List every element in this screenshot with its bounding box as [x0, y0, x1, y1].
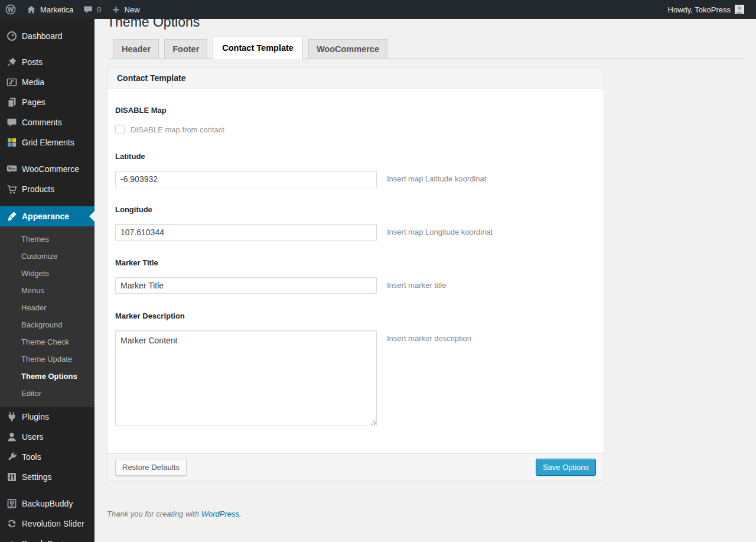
contact-template-panel: Contact Template DISABLE Map DISABLE map… [107, 67, 604, 481]
menu-separator [0, 152, 94, 159]
sidebar-item-label: Pages [22, 98, 45, 107]
sidebar-item-label: Settings [22, 472, 52, 482]
pages-icon [6, 96, 18, 108]
submenu-item-header[interactable]: Header [0, 299, 94, 316]
sidebar-item-media[interactable]: Media [0, 72, 94, 92]
footer-thanks-prefix: Thank you for creating with [107, 509, 199, 518]
sidebar-item-label: BackupBuddy [22, 499, 73, 508]
marker-description-field: Marker Description Marker Content Insert… [115, 311, 594, 426]
grid-elements-icon [6, 137, 18, 148]
latitude-hint: Insert map Latitude koordinat [387, 171, 486, 183]
footer-thanks-text: Thank you for creating with WordPress. [107, 509, 242, 518]
menu-separator [0, 487, 94, 494]
disable-map-checkbox-label: DISABLE map from contact [131, 125, 224, 134]
panel-footer: Restore Defaults Save Options [107, 453, 604, 481]
longitude-field: Longitude Insert map Longitude koordinat [115, 205, 594, 241]
sidebar-item-settings[interactable]: Settings [0, 467, 94, 487]
sidebar-item-backupbuddy[interactable]: BackupBuddy [0, 494, 94, 514]
cart-icon [6, 183, 18, 195]
wordpress-link[interactable]: WordPress [201, 509, 239, 518]
sidebar-item-label: Grid Elements [22, 138, 74, 147]
comments-indicator[interactable]: 0 [78, 0, 106, 19]
tab-footer[interactable]: Footer [164, 39, 207, 59]
sidebar-item-revolution-slider[interactable]: Revolution Slider [0, 514, 94, 534]
sidebar-item-label: Tools [22, 452, 41, 462]
submenu-item-theme-update[interactable]: Theme Update [0, 350, 94, 368]
submenu-item-themes[interactable]: Themes [0, 231, 94, 248]
appearance-submenu: Themes Customize Widgets Menus Header Ba… [0, 226, 94, 407]
latitude-label: Latitude [115, 152, 594, 161]
svg-text:A: A [9, 540, 14, 542]
sidebar-item-label: Punch Fonts [22, 539, 69, 542]
sidebar-item-posts[interactable]: Posts [0, 52, 94, 72]
sidebar-item-dashboard[interactable]: Dashboard [0, 26, 94, 46]
tab-woocommerce[interactable]: WooCommerce [308, 39, 387, 59]
longitude-label: Longitude [115, 205, 594, 214]
sidebar-item-label: Products [22, 184, 54, 194]
latitude-field: Latitude Insert map Latitude koordinat [115, 152, 594, 187]
sidebar-item-label: Media [22, 77, 44, 87]
disable-map-checkbox[interactable] [115, 125, 125, 134]
avatar-image [735, 5, 744, 14]
page-footer: Thank you for creating with WordPress. V… [107, 509, 756, 518]
admin-bar: W Marketica 0 New Howdy, TokoPress [0, 0, 756, 19]
site-name-link[interactable]: Marketica [21, 0, 78, 19]
save-options-button[interactable]: Save Options [536, 459, 596, 476]
submenu-item-customize[interactable]: Customize [0, 248, 94, 265]
submenu-item-theme-check[interactable]: Theme Check [0, 333, 94, 350]
paintbrush-icon [6, 210, 18, 222]
sidebar-item-label: Revolution Slider [22, 519, 84, 528]
main-content: Theme Options Header Footer Contact Temp… [94, 0, 756, 518]
home-icon [26, 4, 37, 15]
sidebar-item-pages[interactable]: Pages [0, 92, 94, 112]
sidebar-item-label: Plugins [22, 412, 49, 421]
letter-a-icon: A [6, 538, 18, 542]
sidebar-item-grid-elements[interactable]: Grid Elements [0, 132, 94, 152]
comment-icon [6, 116, 18, 128]
sidebar-item-products[interactable]: Products [0, 179, 94, 199]
avatar [735, 5, 744, 14]
latitude-input[interactable] [115, 171, 377, 187]
plugin-icon [6, 411, 18, 423]
sidebar-item-label: Dashboard [22, 31, 63, 41]
marker-description-textarea[interactable]: Marker Content [115, 330, 377, 426]
wordpress-logo-menu[interactable]: W [0, 0, 21, 19]
sidebar-item-users[interactable]: Users [0, 427, 94, 447]
comment-count: 0 [97, 5, 101, 14]
tab-contact-template[interactable]: Contact Template [213, 37, 303, 59]
plus-icon [111, 5, 121, 15]
sidebar-item-tools[interactable]: Tools [0, 447, 94, 467]
new-content-menu[interactable]: New [106, 0, 145, 19]
woocommerce-icon: Woo [6, 163, 18, 175]
tab-header[interactable]: Header [113, 39, 159, 59]
submenu-item-menus[interactable]: Menus [0, 282, 94, 299]
submenu-item-theme-options[interactable]: Theme Options [0, 368, 94, 385]
sidebar-item-woocommerce[interactable]: Woo WooCommerce [0, 159, 94, 179]
media-icon [6, 76, 18, 88]
sidebar-item-label: Users [22, 432, 44, 442]
marker-title-field: Marker Title Insert marker title [115, 258, 594, 294]
sidebar-item-comments[interactable]: Comments [0, 112, 94, 132]
submenu-item-background[interactable]: Background [0, 316, 94, 333]
restore-defaults-button[interactable]: Restore Defaults [115, 459, 187, 476]
submenu-item-editor[interactable]: Editor [0, 385, 94, 402]
user-icon [6, 431, 18, 443]
svg-text:W: W [8, 6, 14, 13]
marker-title-input[interactable] [115, 277, 377, 294]
sidebar-item-plugins[interactable]: Plugins [0, 407, 94, 427]
sidebar-item-punch-fonts[interactable]: A Punch Fonts [0, 534, 94, 542]
sidebar-item-label: Posts [22, 57, 43, 67]
howdy-text: Howdy, TokoPress [668, 5, 731, 14]
dashboard-icon [6, 30, 18, 42]
menu-separator [0, 199, 94, 206]
howdy-account-menu[interactable]: Howdy, TokoPress [663, 0, 749, 19]
backup-icon [6, 498, 18, 509]
disable-map-field: DISABLE Map DISABLE map from contact [115, 106, 594, 134]
marker-description-hint: Insert marker description [387, 330, 471, 343]
longitude-input[interactable] [115, 224, 377, 241]
sidebar-item-label: Appearance [22, 212, 69, 221]
sidebar-item-appearance[interactable]: Appearance [0, 206, 94, 226]
site-name: Marketica [40, 5, 73, 14]
current-menu-arrow [89, 211, 94, 222]
submenu-item-widgets[interactable]: Widgets [0, 265, 94, 282]
